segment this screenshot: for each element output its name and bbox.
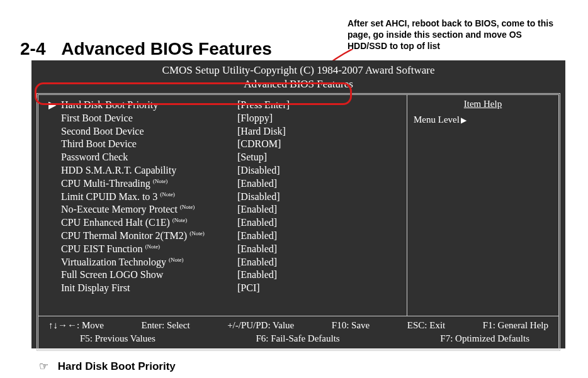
row-label: Full Screen LOGO Show — [61, 269, 237, 282]
footer-move: ↑↓→←: Move — [48, 319, 104, 332]
section-heading: 2-4 Advanced BIOS Features — [20, 39, 272, 59]
row-label-text: No-Execute Memory Protect — [61, 204, 178, 214]
row-label: Init Display First — [61, 282, 237, 295]
row-label: First Boot Device — [61, 112, 237, 125]
row-note: (Note) — [172, 217, 188, 223]
row-label: Password Check — [61, 151, 237, 164]
row-label-text: Second Boot Device — [61, 126, 144, 136]
bios-setting-row[interactable]: HDD S.M.A.R.T. Capability[Disabled] — [43, 164, 402, 177]
row-label: No-Execute Memory Protect (Note) — [61, 203, 237, 216]
row-label-text: Full Screen LOGO Show — [61, 269, 163, 280]
row-note: (Note) — [145, 243, 161, 249]
bios-setting-row[interactable]: CPU Enhanced Halt (C1E) (Note)[Enabled] — [43, 216, 402, 230]
bios-subheader: Advanced BIOS Features — [31, 78, 565, 93]
footer-help: F1: General Help — [483, 319, 548, 332]
footer-line-2: F5: Previous Values F6: Fail-Safe Defaul… — [48, 332, 548, 345]
footer-esc: ESC: Exit — [407, 319, 445, 332]
row-label-text: CPU Enhanced Halt (C1E) — [61, 217, 170, 228]
footer-enter: Enter: Select — [142, 319, 190, 332]
bios-window: CMOS Setup Utility-Copyright (C) 1984-20… — [31, 60, 565, 348]
row-label: CPU EIST Function (Note) — [61, 243, 237, 256]
row-value: [Enabled] — [237, 216, 402, 230]
hand-icon: ☞ — [39, 360, 48, 372]
row-value: [Disabled] — [237, 164, 402, 177]
row-value: [Setup] — [237, 151, 402, 164]
bios-header: CMOS Setup Utility-Copyright (C) 1984-20… — [31, 60, 565, 78]
row-value: [Hard Disk] — [237, 125, 402, 138]
row-label: CPU Thermal Monitor 2(TM2) (Note) — [61, 230, 237, 243]
row-label-text: First Boot Device — [61, 113, 133, 123]
annotation-line-1: After set AHCI, reboot back to BIOS, com… — [348, 18, 562, 29]
bios-setting-row[interactable]: Second Boot Device[Hard Disk] — [43, 125, 402, 138]
row-value: [Enabled] — [237, 243, 402, 256]
row-label-text: Init Display First — [61, 282, 130, 293]
bios-setting-row[interactable]: Init Display First[PCI] — [43, 282, 402, 295]
bios-setting-row[interactable]: Virtualization Technology (Note)[Enabled… — [43, 256, 402, 269]
row-label-text: Virtualization Technology — [61, 257, 166, 267]
bios-setting-row[interactable]: Full Screen LOGO Show[Enabled] — [43, 269, 402, 282]
row-label-text: Hard Disk Boot Priority — [61, 99, 158, 110]
row-label-text: HDD S.M.A.R.T. Capability — [61, 165, 176, 175]
footer-save: F10: Save — [332, 319, 370, 332]
row-label-text: CPU Thermal Monitor 2(TM2) — [61, 230, 187, 241]
row-value: [Enabled] — [237, 177, 402, 191]
row-value: [Press Enter] — [237, 99, 402, 112]
row-label: Virtualization Technology (Note) — [61, 256, 237, 269]
row-label: CPU Enhanced Halt (C1E) (Note) — [61, 216, 237, 230]
row-value: [Enabled] — [237, 230, 402, 243]
bios-frame: ▶Hard Disk Boot Priority[Press Enter]Fir… — [37, 93, 560, 351]
menu-level-arrow-icon: ▶ — [461, 116, 466, 125]
row-label-text: Third Boot Device — [61, 138, 137, 149]
bios-setting-row[interactable]: CPU EIST Function (Note)[Enabled] — [43, 243, 402, 256]
bios-setting-row[interactable]: ▶Hard Disk Boot Priority[Press Enter] — [43, 99, 402, 112]
annotation-text: After set AHCI, reboot back to BIOS, com… — [348, 18, 562, 52]
menu-level: Menu Level▶ — [414, 112, 552, 125]
footer-optimized: F7: Optimized Defaults — [440, 332, 529, 345]
row-value: [CDROM] — [237, 138, 402, 151]
row-label-text: Password Check — [61, 152, 128, 162]
item-help-title: Item Help — [414, 99, 552, 112]
section-title: Advanced BIOS Features — [61, 39, 272, 58]
menu-level-label: Menu Level — [414, 114, 460, 125]
row-label-text: Limit CPUID Max. to 3 — [61, 191, 157, 202]
row-label-text: CPU EIST Function — [61, 243, 143, 254]
row-label-text: CPU Multi-Threading — [61, 178, 150, 189]
row-label: HDD S.M.A.R.T. Capability — [61, 164, 237, 177]
row-value: [Enabled] — [237, 203, 402, 216]
row-note: (Note) — [169, 256, 184, 262]
footer-failsafe: F6: Fail-Safe Defaults — [256, 332, 339, 345]
row-label: Limit CPUID Max. to 3 (Note) — [61, 191, 237, 204]
row-value: [Enabled] — [237, 269, 402, 282]
row-value: [Floppy] — [237, 112, 402, 125]
bios-setting-row[interactable]: Password Check[Setup] — [43, 151, 402, 164]
row-value: [PCI] — [237, 282, 402, 295]
row-marker-icon: ▶ — [43, 99, 61, 112]
bios-setting-row[interactable]: CPU Multi-Threading (Note)[Enabled] — [43, 177, 402, 191]
bottom-item-label: Hard Disk Boot Priority — [58, 360, 176, 372]
bottom-item: ☞ Hard Disk Boot Priority — [39, 360, 176, 373]
bios-setting-row[interactable]: Third Boot Device[CDROM] — [43, 138, 402, 151]
bios-settings-panel: ▶Hard Disk Boot Priority[Press Enter]Fir… — [38, 95, 407, 316]
bios-help-panel: Item Help Menu Level▶ — [407, 95, 558, 316]
footer-previous: F5: Previous Values — [80, 332, 155, 345]
row-label: Hard Disk Boot Priority — [61, 99, 237, 112]
section-number: 2-4 — [20, 39, 45, 58]
annotation-line-2: page, go inside this section and move OS — [348, 29, 562, 40]
annotation-line-3: HDD/SSD to top of list — [348, 40, 562, 52]
bios-setting-row[interactable]: CPU Thermal Monitor 2(TM2) (Note)[Enable… — [43, 230, 402, 243]
bios-setting-row[interactable]: First Boot Device[Floppy] — [43, 112, 402, 125]
bios-setting-row[interactable]: Limit CPUID Max. to 3 (Note)[Disabled] — [43, 191, 402, 204]
footer-value: +/-/PU/PD: Value — [227, 319, 294, 332]
row-value: [Enabled] — [237, 256, 402, 269]
row-note: (Note) — [160, 191, 175, 197]
row-label: CPU Multi-Threading (Note) — [61, 177, 237, 191]
row-note: (Note) — [153, 177, 168, 184]
row-value: [Disabled] — [237, 191, 402, 204]
row-note: (Note) — [189, 230, 205, 236]
bios-setting-row[interactable]: No-Execute Memory Protect (Note)[Enabled… — [43, 203, 402, 216]
row-note: (Note) — [180, 204, 195, 210]
bios-footer: ↑↓→←: Move Enter: Select +/-/PU/PD: Valu… — [38, 316, 558, 349]
row-label: Third Boot Device — [61, 138, 237, 151]
footer-line-1: ↑↓→←: Move Enter: Select +/-/PU/PD: Valu… — [48, 319, 548, 332]
row-label: Second Boot Device — [61, 125, 237, 138]
